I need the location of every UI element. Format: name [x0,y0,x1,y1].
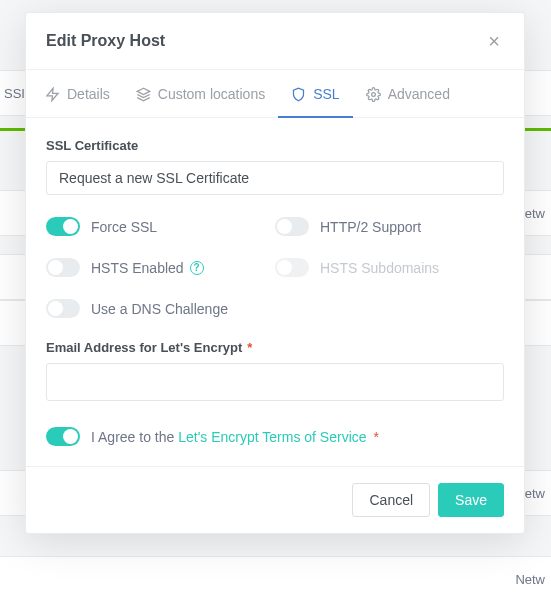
force-ssl-label: Force SSL [91,219,157,235]
tab-label: Custom locations [158,86,265,102]
agree-row: I Agree to the Let's Encrypt Terms of Se… [46,427,504,446]
tab-details[interactable]: Details [32,70,123,118]
shield-icon [291,87,306,102]
hsts-label: HSTS Enabled ? [91,260,204,276]
email-label: Email Address for Let's Encrypt* [46,340,504,355]
svg-point-2 [371,92,375,96]
tab-label: SSL [313,86,339,102]
settings-icon [366,87,381,102]
tab-custom-locations[interactable]: Custom locations [123,70,278,118]
ssl-cert-select[interactable]: Request a new SSL Certificate [46,161,504,195]
help-icon[interactable]: ? [190,261,204,275]
layers-icon [136,87,151,102]
hsts-row: HSTS Enabled ? [46,258,275,277]
close-icon[interactable]: × [484,31,504,51]
modal-body: SSL Certificate Request a new SSL Certif… [26,118,524,466]
tab-label: Details [67,86,110,102]
dns-row: Use a DNS Challenge [46,299,504,318]
edit-proxy-host-modal: Edit Proxy Host × Details Custom locatio… [25,12,525,534]
bg-row: Netw [0,556,551,598]
dns-toggle[interactable] [46,299,80,318]
zap-icon [45,87,60,102]
force-ssl-row: Force SSL [46,217,275,236]
svg-marker-0 [47,88,58,101]
modal-title: Edit Proxy Host [46,32,165,50]
modal-footer: Cancel Save [26,466,524,533]
http2-label: HTTP/2 Support [320,219,421,235]
http2-toggle[interactable] [275,217,309,236]
tab-advanced[interactable]: Advanced [353,70,463,118]
dns-label: Use a DNS Challenge [91,301,228,317]
save-button[interactable]: Save [438,483,504,517]
hsts-sub-label: HSTS Subdomains [320,260,439,276]
modal-header: Edit Proxy Host × [26,13,524,69]
ssl-cert-label: SSL Certificate [46,138,504,153]
svg-marker-1 [137,88,150,94]
hsts-toggle[interactable] [46,258,80,277]
email-field[interactable] [46,363,504,401]
tos-link[interactable]: Let's Encrypt Terms of Service [178,429,366,445]
tab-label: Advanced [388,86,450,102]
tab-bar: Details Custom locations SSL Advanced [26,69,524,118]
hsts-sub-row: HSTS Subdomains [275,258,504,277]
agree-text: I Agree to the Let's Encrypt Terms of Se… [91,429,379,445]
tab-ssl[interactable]: SSL [278,70,352,118]
agree-toggle[interactable] [46,427,80,446]
cancel-button[interactable]: Cancel [352,483,430,517]
hsts-sub-toggle [275,258,309,277]
force-ssl-toggle[interactable] [46,217,80,236]
http2-row: HTTP/2 Support [275,217,504,236]
